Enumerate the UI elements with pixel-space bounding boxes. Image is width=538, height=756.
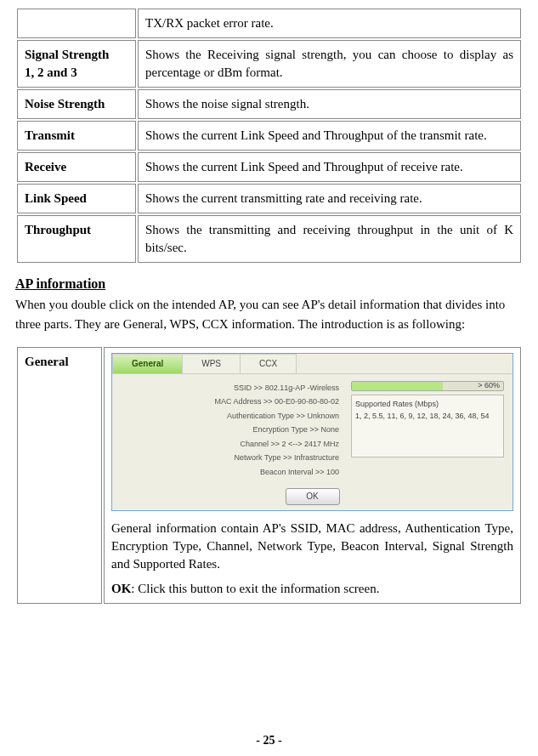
def-label: Throughput: [17, 215, 136, 263]
ok-description: OK: Click this button to exit the inform…: [111, 580, 513, 598]
def-desc: Shows the noise signal strength.: [138, 89, 521, 119]
field-auth: Authentication Type >> Unknown: [121, 409, 339, 423]
signal-strength-bar: > 60%: [351, 381, 504, 391]
field-mac: MAC Address >> 00-E0-90-80-80-02: [121, 395, 339, 409]
rates-values: 1, 2, 5.5, 11, 6, 9, 12, 18, 24, 36, 48,…: [355, 411, 500, 422]
general-table: General General WPS CCX SSID >> 802.11g-…: [15, 345, 523, 605]
field-network-type: Network Type >> Infrastructure: [121, 451, 339, 465]
field-enc: Encryption Type >> None: [121, 423, 339, 437]
def-desc: Shows the current Link Speed and Through…: [138, 121, 521, 151]
field-channel: Channel >> 2 <--> 2417 MHz: [121, 437, 339, 452]
def-label: Transmit: [17, 121, 136, 151]
def-desc: TX/RX packet error rate.: [138, 9, 521, 38]
def-label: Receive: [17, 152, 136, 182]
definitions-table: TX/RX packet error rate. Signal Strength…: [15, 7, 523, 264]
tab-ccx[interactable]: CCX: [240, 354, 297, 373]
def-desc: Shows the transmitting and receiving thr…: [138, 215, 521, 263]
ap-fields: SSID >> 802.11g-AP -Wireless MAC Address…: [121, 381, 339, 480]
supported-rates-box: Supported Rates (Mbps) 1, 2, 5.5, 11, 6,…: [351, 395, 504, 458]
general-label: General: [17, 347, 102, 604]
def-label: Signal Strength 1, 2 and 3: [17, 40, 136, 88]
section-intro: When you double click on the intended AP…: [15, 295, 523, 335]
def-desc: Shows the current Link Speed and Through…: [138, 152, 521, 182]
general-cell: General WPS CCX SSID >> 802.11g-AP -Wire…: [104, 347, 521, 604]
ap-right: > 60% Supported Rates (Mbps) 1, 2, 5.5, …: [351, 381, 504, 480]
ap-info-screenshot: General WPS CCX SSID >> 802.11g-AP -Wire…: [111, 353, 513, 511]
ok-button[interactable]: OK: [286, 488, 340, 505]
field-beacon: Beacon Interval >> 100: [121, 465, 339, 480]
field-ssid: SSID >> 802.11g-AP -Wireless: [121, 381, 339, 395]
ok-text: : Click this button to exit the informat…: [131, 582, 379, 595]
page-number-value: - 25 -: [256, 734, 281, 747]
rates-label: Supported Rates (Mbps): [355, 399, 500, 410]
def-label: [17, 9, 136, 38]
def-desc: Shows the current transmitting rate and …: [138, 184, 521, 213]
tab-bar: General WPS CCX: [112, 354, 513, 374]
page-number: - 25 -: [0, 734, 538, 747]
def-label: Link Speed: [17, 184, 136, 213]
general-description: General information contain AP's SSID, M…: [111, 520, 513, 573]
tab-general[interactable]: General: [112, 354, 183, 373]
section-heading: AP information: [15, 276, 523, 292]
def-desc: Shows the Receiving signal strength, you…: [138, 40, 521, 88]
ok-bold: OK: [111, 582, 131, 595]
def-label: Noise Strength: [17, 89, 136, 119]
tab-wps[interactable]: WPS: [182, 354, 241, 373]
